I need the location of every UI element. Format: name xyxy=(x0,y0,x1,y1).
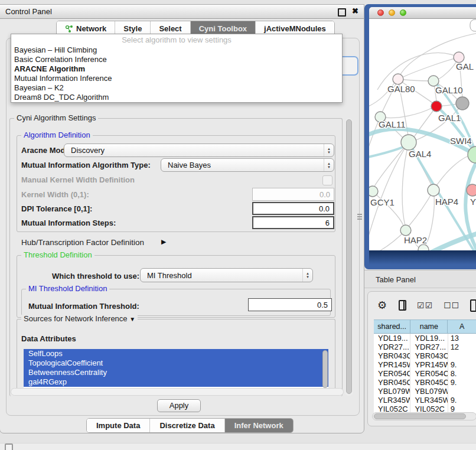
tab-discretize-data[interactable]: Discretize Data xyxy=(150,419,224,432)
table-row[interactable]: YBR045CYBR045C9. xyxy=(374,378,476,387)
table-cell[interactable]: 9. xyxy=(448,360,476,369)
table-cell[interactable]: YBR045C xyxy=(410,378,448,387)
algorithm-option[interactable]: Mutual Information Inference xyxy=(11,74,342,83)
table-cell[interactable]: 9. xyxy=(448,396,476,405)
table-cell[interactable]: YDR27... xyxy=(374,343,410,351)
threshold-definition-title: Threshold Definition xyxy=(21,251,94,259)
network-window-titlebar[interactable] xyxy=(369,7,476,19)
node-bottom-node[interactable] xyxy=(418,244,429,250)
table-row[interactable]: YLR345WYLR345W9. xyxy=(374,396,476,405)
close-icon[interactable]: ✖ xyxy=(352,6,358,15)
minimized-panel-icon[interactable] xyxy=(5,444,13,450)
attribute-item[interactable]: gal4RGexp xyxy=(24,377,328,387)
table-row[interactable]: YBR043CYBR043C xyxy=(374,351,476,360)
scrollbar-thumb[interactable] xyxy=(346,119,352,394)
mi-steps-input[interactable] xyxy=(252,216,334,229)
collapse-right-icon[interactable]: ▶ xyxy=(161,238,166,246)
select-all-icon[interactable]: ☑☑ xyxy=(417,301,433,310)
columns-icon[interactable] xyxy=(399,300,406,311)
table-cell[interactable]: YDL19... xyxy=(374,334,410,343)
tab-infer-network[interactable]: Infer Network xyxy=(225,419,293,432)
zoom-window-icon[interactable] xyxy=(400,9,406,16)
network-edge[interactable] xyxy=(433,156,468,190)
table-cell[interactable]: YER054C xyxy=(410,369,448,378)
node-y-partial[interactable] xyxy=(467,184,476,196)
table-cell[interactable]: YBL079W xyxy=(374,387,410,396)
settings-vertical-scrollbar[interactable] xyxy=(345,118,353,396)
table-cell[interactable]: 8. xyxy=(448,369,476,378)
table-cell[interactable]: YDL19... xyxy=(410,334,448,343)
table-cell[interactable] xyxy=(448,387,476,396)
table-cell[interactable]: 13 xyxy=(448,334,476,343)
attribute-item[interactable]: BetweennessCentrality xyxy=(24,368,328,377)
column-header[interactable]: A xyxy=(448,319,476,334)
mi-algorithm-type-select[interactable]: Naive Bayes ▲▼ xyxy=(161,158,334,172)
network-edge[interactable] xyxy=(374,142,409,187)
hub-section-label[interactable]: Hub/Transcription Factor Definition xyxy=(21,238,144,247)
table-cell[interactable]: YBR045C xyxy=(374,378,410,387)
gear-icon[interactable]: ⚙ xyxy=(377,299,387,312)
table-cell[interactable]: YPR145W xyxy=(410,360,448,369)
algorithm-option[interactable]: Dream8 DC_TDC Algorithm xyxy=(11,93,342,102)
table-cell[interactable]: YBR043C xyxy=(374,351,410,360)
node-label: GAL80 xyxy=(387,84,415,94)
column-header[interactable]: name xyxy=(410,319,448,334)
mi-steps-label: Mutual Information Steps: xyxy=(21,219,116,227)
settings-horizontal-scrollbar[interactable] xyxy=(11,388,344,396)
table-cell[interactable]: YDR27... xyxy=(410,343,448,351)
network-canvas[interactable]: GALGAL80GAL10GAL1GAL11GAL4SWI4GCY1HAP4YH… xyxy=(369,19,476,250)
algorithm-option[interactable]: Bayesian – K2 xyxy=(11,83,342,93)
dpi-tolerance-input[interactable] xyxy=(252,202,334,215)
column-header[interactable]: shared... xyxy=(374,319,410,334)
table-cell[interactable]: 9. xyxy=(448,378,476,387)
table-cell[interactable]: YER054C xyxy=(374,369,410,378)
minimize-window-icon[interactable] xyxy=(389,9,395,16)
algorithm-option[interactable]: ARACNE Algorithm xyxy=(11,64,342,74)
node-GAL1[interactable] xyxy=(431,101,442,112)
table-cell[interactable]: YBL079W xyxy=(410,387,448,396)
which-threshold-select[interactable]: MI Threshold ▲▼ xyxy=(140,268,313,282)
table-cell[interactable] xyxy=(448,351,476,360)
algorithm-option[interactable]: Basic Correlation Inference xyxy=(11,55,342,64)
node-GCY1[interactable] xyxy=(369,186,378,197)
table-cell[interactable]: YLR345W xyxy=(374,396,410,405)
apply-button[interactable]: Apply xyxy=(157,399,201,412)
table-horizontal-scrollbar[interactable] xyxy=(372,412,476,420)
attribute-item[interactable]: TopologicalCoefficient xyxy=(24,358,328,368)
table-row[interactable]: YDR27...YDR27...12 xyxy=(374,343,476,351)
node-GAL80[interactable] xyxy=(393,74,403,84)
table-cell[interactable]: YBR043C xyxy=(410,351,448,360)
aracne-mode-select[interactable]: Discovery ▲▼ xyxy=(64,144,334,157)
tab-impute-data[interactable]: Impute Data xyxy=(87,419,150,432)
scrollbar-thumb[interactable] xyxy=(374,413,466,419)
float-window-icon[interactable] xyxy=(338,8,346,17)
network-edge[interactable] xyxy=(371,230,406,250)
network-edge[interactable] xyxy=(402,142,409,226)
table-cell[interactable]: YPR145W xyxy=(374,360,410,369)
deselect-all-icon[interactable]: ☐☐ xyxy=(444,301,459,310)
node-HAP2[interactable] xyxy=(400,225,411,236)
attribute-list-scrollbar[interactable] xyxy=(322,350,328,388)
panel-splitter-grip[interactable] xyxy=(357,213,362,222)
table-cell[interactable]: 12 xyxy=(448,343,476,351)
table-cell[interactable]: YLR345W xyxy=(410,396,448,405)
table-row[interactable]: YER054CYER054C8. xyxy=(374,369,476,378)
network-edge[interactable] xyxy=(409,190,433,226)
table-row[interactable]: YBL079WYBL079W xyxy=(374,387,476,396)
node-label: HAP4 xyxy=(435,197,458,207)
node-label: GAL xyxy=(456,61,474,71)
table-row[interactable]: YDL19...YDL19...13 xyxy=(374,334,476,343)
node-gray-node[interactable] xyxy=(456,97,469,110)
attribute-item[interactable]: SelfLoops xyxy=(24,349,328,358)
table-row[interactable]: YPR145WYPR145W9. xyxy=(374,360,476,369)
network-edge[interactable] xyxy=(402,57,459,77)
algorithm-option[interactable]: Bayesian – Hill Climbing xyxy=(11,45,342,55)
mi-threshold-input[interactable] xyxy=(248,298,332,311)
close-window-icon[interactable] xyxy=(377,9,384,16)
table-panel-title: Table Panel xyxy=(376,275,416,284)
sources-group-title[interactable]: Sources for Network Inference ▼ xyxy=(21,315,138,324)
import-table-icon[interactable] xyxy=(470,299,476,312)
node-HAP4[interactable] xyxy=(428,184,439,196)
node-GAL4[interactable] xyxy=(401,135,416,150)
network-edge[interactable] xyxy=(380,108,432,118)
